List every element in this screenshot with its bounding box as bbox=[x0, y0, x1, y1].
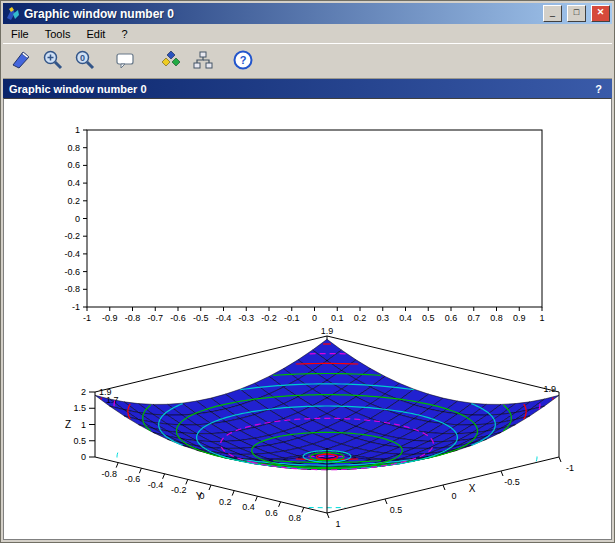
svg-text:1.9: 1.9 bbox=[321, 326, 334, 336]
svg-text:0.7: 0.7 bbox=[467, 313, 480, 323]
svg-text:-1: -1 bbox=[72, 302, 80, 312]
zoom-in-button[interactable] bbox=[39, 47, 67, 75]
zoom-in-icon bbox=[42, 49, 64, 74]
unzoom-button[interactable]: 0 bbox=[71, 47, 99, 75]
svg-text:-1: -1 bbox=[83, 313, 91, 323]
svg-text:0.2: 0.2 bbox=[67, 196, 80, 206]
svg-text:1: 1 bbox=[539, 313, 544, 323]
svg-text:-0.8: -0.8 bbox=[101, 469, 117, 479]
help-icon: ? bbox=[232, 49, 254, 74]
export-button[interactable] bbox=[7, 47, 35, 75]
svg-text:-0.4: -0.4 bbox=[64, 249, 80, 259]
svg-text:0.9: 0.9 bbox=[513, 313, 526, 323]
rotate-3d-icon bbox=[160, 49, 182, 74]
help-button[interactable]: ? bbox=[229, 47, 257, 75]
svg-text:-0.2: -0.2 bbox=[64, 231, 80, 241]
figure-title: Graphic window number 0 bbox=[9, 83, 147, 95]
svg-text:1: 1 bbox=[335, 519, 340, 529]
figure-header: Graphic window number 0 ? bbox=[3, 79, 612, 98]
svg-text:X: X bbox=[469, 483, 476, 494]
svg-text:0.5: 0.5 bbox=[73, 436, 86, 446]
svg-text:-0.4: -0.4 bbox=[216, 313, 232, 323]
svg-text:-0.9: -0.9 bbox=[102, 313, 118, 323]
app-icon bbox=[5, 6, 21, 22]
svg-text:-0.8: -0.8 bbox=[125, 313, 141, 323]
svg-text:0.8: 0.8 bbox=[289, 513, 302, 523]
svg-text:1: 1 bbox=[81, 420, 86, 430]
svg-text:0.5: 0.5 bbox=[390, 505, 403, 515]
svg-text:0.1: 0.1 bbox=[331, 313, 344, 323]
svg-text:0: 0 bbox=[81, 452, 86, 462]
svg-text:-0.7: -0.7 bbox=[147, 313, 163, 323]
svg-text:0.4: 0.4 bbox=[399, 313, 412, 323]
svg-text:Z: Z bbox=[65, 419, 71, 430]
svg-text:-0.2: -0.2 bbox=[261, 313, 277, 323]
svg-text:2: 2 bbox=[81, 387, 86, 397]
svg-text:0.3: 0.3 bbox=[376, 313, 389, 323]
svg-text:-0.1: -0.1 bbox=[284, 313, 300, 323]
svg-text:-0.5: -0.5 bbox=[504, 477, 520, 487]
svg-text:0: 0 bbox=[75, 214, 80, 224]
svg-text:-0.5: -0.5 bbox=[193, 313, 209, 323]
svg-text:-0.6: -0.6 bbox=[125, 474, 141, 484]
graph-editor-button[interactable] bbox=[189, 47, 217, 75]
svg-text:1.5: 1.5 bbox=[73, 403, 86, 413]
graph-editor-icon bbox=[192, 49, 214, 74]
canvas-area: -1-0.9-0.8-0.7-0.6-0.5-0.4-0.3-0.2-0.100… bbox=[3, 98, 612, 540]
svg-text:0.8: 0.8 bbox=[490, 313, 503, 323]
figure-help-button[interactable]: ? bbox=[591, 83, 606, 95]
svg-text:0.8: 0.8 bbox=[67, 143, 80, 153]
svg-text:0.5: 0.5 bbox=[422, 313, 435, 323]
svg-text:0: 0 bbox=[80, 53, 85, 63]
svg-text:0.2: 0.2 bbox=[354, 313, 367, 323]
unzoom-icon: 0 bbox=[74, 49, 96, 74]
svg-text:0.6: 0.6 bbox=[445, 313, 458, 323]
svg-text:-0.3: -0.3 bbox=[238, 313, 254, 323]
export-icon bbox=[10, 49, 32, 74]
svg-text:-0.6: -0.6 bbox=[64, 267, 80, 277]
menu-edit[interactable]: Edit bbox=[78, 26, 113, 42]
annotation-icon bbox=[114, 49, 136, 74]
svg-text:-0.8: -0.8 bbox=[64, 284, 80, 294]
annotate-button[interactable] bbox=[111, 47, 139, 75]
axes-2d: -1-0.9-0.8-0.7-0.6-0.5-0.4-0.3-0.2-0.100… bbox=[64, 125, 544, 323]
svg-text:-0.2: -0.2 bbox=[171, 485, 187, 495]
plots-svg: -1-0.9-0.8-0.7-0.6-0.5-0.4-0.3-0.2-0.100… bbox=[4, 99, 611, 540]
svg-text:1.9: 1.9 bbox=[543, 384, 556, 394]
svg-text:-1: -1 bbox=[566, 463, 574, 473]
menu-file[interactable]: File bbox=[3, 26, 37, 42]
svg-text:0.6: 0.6 bbox=[265, 508, 278, 518]
svg-text:1: 1 bbox=[75, 125, 80, 135]
menu-help[interactable]: ? bbox=[113, 26, 135, 42]
title-bar[interactable]: Graphic window number 0 _ □ ✕ bbox=[3, 3, 612, 24]
menu-bar: File Tools Edit ? bbox=[3, 24, 612, 43]
close-button[interactable]: ✕ bbox=[591, 5, 610, 22]
toolbar: 0 bbox=[3, 43, 612, 79]
svg-text:?: ? bbox=[240, 54, 247, 66]
graphic-window: Graphic window number 0 _ □ ✕ File Tools… bbox=[0, 0, 615, 543]
svg-text:0: 0 bbox=[451, 491, 456, 501]
surface-3d: 00.511.52-0.8-0.6-0.4-0.200.20.40.60.810… bbox=[65, 326, 574, 529]
minimize-button[interactable]: _ bbox=[543, 5, 562, 22]
svg-text:0.4: 0.4 bbox=[242, 502, 255, 512]
svg-text:-0.6: -0.6 bbox=[170, 313, 186, 323]
svg-text:-0.4: -0.4 bbox=[148, 480, 164, 490]
maximize-button[interactable]: □ bbox=[567, 5, 586, 22]
svg-text:0.6: 0.6 bbox=[67, 160, 80, 170]
svg-text:0: 0 bbox=[312, 313, 317, 323]
svg-text:1.7: 1.7 bbox=[106, 395, 119, 405]
menu-tools[interactable]: Tools bbox=[37, 26, 79, 42]
svg-text:0.2: 0.2 bbox=[219, 497, 232, 507]
svg-text:0.4: 0.4 bbox=[67, 178, 80, 188]
window-title: Graphic window number 0 bbox=[24, 7, 538, 21]
rotate-3d-button[interactable] bbox=[157, 47, 185, 75]
svg-text:Y: Y bbox=[196, 491, 203, 502]
